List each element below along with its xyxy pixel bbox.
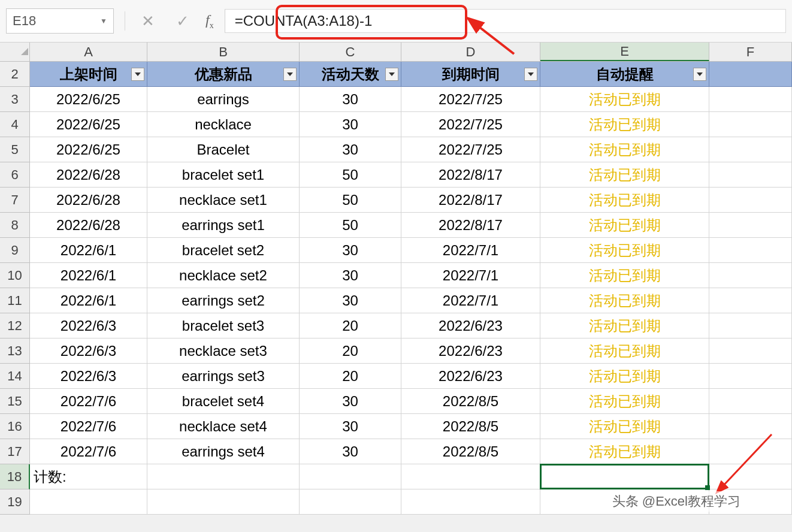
row-header[interactable]: 16: [0, 414, 30, 439]
row-header[interactable]: 11: [0, 288, 30, 313]
cell[interactable]: 2022/6/25: [30, 87, 147, 112]
cell[interactable]: 30: [300, 414, 401, 439]
cell[interactable]: 计数:: [30, 464, 147, 489]
name-box[interactable]: E18 ▼: [6, 8, 114, 34]
cell[interactable]: 2022/6/25: [30, 112, 147, 137]
cell[interactable]: 活动已到期: [540, 162, 709, 188]
cell[interactable]: 2022/8/5: [401, 389, 540, 414]
cell[interactable]: 2022/6/3: [30, 338, 147, 364]
column-header-D[interactable]: D: [401, 43, 540, 61]
cell[interactable]: 30: [300, 389, 401, 414]
cell[interactable]: 活动已到期: [540, 112, 709, 137]
cell[interactable]: 活动已到期: [540, 263, 709, 288]
filter-dropdown-icon[interactable]: [385, 68, 398, 81]
cell[interactable]: [709, 464, 792, 489]
row-header[interactable]: 17: [0, 439, 30, 464]
filter-dropdown-icon[interactable]: [693, 68, 706, 81]
cell[interactable]: 2022/6/25: [30, 137, 147, 162]
cell[interactable]: 活动已到期: [540, 87, 709, 112]
cell[interactable]: [147, 464, 300, 489]
cell[interactable]: [30, 489, 147, 515]
cell[interactable]: [709, 188, 792, 213]
cell[interactable]: Bracelet: [147, 137, 300, 162]
cell[interactable]: [709, 137, 792, 162]
column-header-E[interactable]: E: [540, 43, 709, 61]
cell[interactable]: necklace set2: [147, 263, 300, 288]
row-header[interactable]: 2: [0, 62, 30, 87]
cell[interactable]: 2022/7/1: [401, 288, 540, 313]
cell[interactable]: 2022/6/23: [401, 338, 540, 364]
cell[interactable]: 活动已到期: [540, 338, 709, 364]
accept-icon[interactable]: ✓: [171, 9, 195, 33]
cell[interactable]: 20: [300, 313, 401, 338]
cell[interactable]: 50: [300, 188, 401, 213]
cell[interactable]: 活动已到期: [540, 137, 709, 162]
cell[interactable]: 2022/8/17: [401, 188, 540, 213]
cell[interactable]: 2022/7/25: [401, 112, 540, 137]
cell[interactable]: 活动已到期: [540, 313, 709, 338]
spreadsheet-grid[interactable]: ABCDEF2上架时间优惠新品活动天数到期时间自动提醒32022/6/25ear…: [0, 43, 792, 515]
row-header[interactable]: 12: [0, 313, 30, 338]
cell[interactable]: 2022/7/1: [401, 238, 540, 263]
cell[interactable]: [709, 87, 792, 112]
cell[interactable]: 2022/8/17: [401, 162, 540, 188]
cell[interactable]: 2022/8/5: [401, 414, 540, 439]
column-header-F[interactable]: F: [709, 43, 792, 61]
cell[interactable]: 活动已到期: [540, 238, 709, 263]
cell[interactable]: 20: [300, 364, 401, 389]
cell[interactable]: 50: [300, 213, 401, 238]
cell[interactable]: [709, 364, 792, 389]
cancel-icon[interactable]: ✕: [136, 9, 160, 33]
cell[interactable]: bracelet set1: [147, 162, 300, 188]
column-header-B[interactable]: B: [147, 43, 300, 61]
cell[interactable]: 2022/7/1: [401, 263, 540, 288]
row-header[interactable]: 4: [0, 112, 30, 137]
cell[interactable]: earrings set3: [147, 364, 300, 389]
cell[interactable]: 2022/8/5: [401, 439, 540, 464]
row-header[interactable]: 18: [0, 464, 30, 489]
cell[interactable]: [147, 489, 300, 515]
row-header[interactable]: 7: [0, 188, 30, 213]
row-header[interactable]: 3: [0, 87, 30, 112]
table-header-cell[interactable]: 优惠新品: [147, 62, 300, 87]
cell[interactable]: 30: [300, 263, 401, 288]
cell[interactable]: 2022/7/6: [30, 414, 147, 439]
row-header[interactable]: 19: [0, 489, 30, 515]
table-header-cell[interactable]: 上架时间: [30, 62, 147, 87]
cell[interactable]: 活动已到期: [540, 188, 709, 213]
cell[interactable]: [401, 464, 540, 489]
cell[interactable]: [709, 263, 792, 288]
table-header-cell[interactable]: [709, 62, 792, 87]
cell[interactable]: 活动已到期: [540, 389, 709, 414]
cell[interactable]: 2022/6/28: [30, 162, 147, 188]
cell[interactable]: 2022/6/1: [30, 263, 147, 288]
cell[interactable]: 2022/6/3: [30, 313, 147, 338]
table-header-cell[interactable]: 活动天数: [300, 62, 401, 87]
cell[interactable]: 30: [300, 288, 401, 313]
cell[interactable]: 2022/7/6: [30, 389, 147, 414]
cell[interactable]: 2022/6/23: [401, 364, 540, 389]
cell[interactable]: necklace set3: [147, 338, 300, 364]
filter-dropdown-icon[interactable]: [524, 68, 537, 81]
cell[interactable]: [709, 439, 792, 464]
cell[interactable]: 50: [300, 162, 401, 188]
cell[interactable]: bracelet set4: [147, 389, 300, 414]
cell[interactable]: 2022/8/17: [401, 213, 540, 238]
cell[interactable]: [709, 288, 792, 313]
cell[interactable]: necklace: [147, 112, 300, 137]
cell[interactable]: 活动已到期: [540, 364, 709, 389]
column-header-C[interactable]: C: [300, 43, 401, 61]
cell[interactable]: earrings set4: [147, 439, 300, 464]
cell[interactable]: 20: [300, 338, 401, 364]
cell[interactable]: 2022/6/28: [30, 188, 147, 213]
cell[interactable]: 2022/6/28: [30, 213, 147, 238]
cell[interactable]: 30: [300, 137, 401, 162]
cell[interactable]: 30: [300, 238, 401, 263]
cell[interactable]: 2022/7/6: [30, 439, 147, 464]
cell[interactable]: 2022/7/25: [401, 87, 540, 112]
cell[interactable]: earrings set2: [147, 288, 300, 313]
cell[interactable]: [709, 389, 792, 414]
cell[interactable]: [540, 464, 709, 489]
cell[interactable]: 2022/6/1: [30, 288, 147, 313]
column-header-A[interactable]: A: [30, 43, 147, 61]
